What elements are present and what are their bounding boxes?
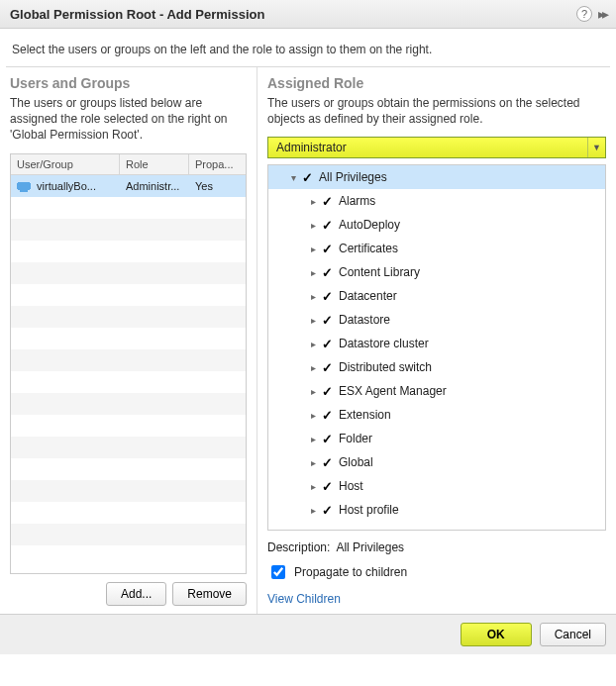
tree-node-label: Global	[339, 455, 373, 469]
table-row[interactable]	[11, 241, 246, 262]
tree-node-label: Distributed switch	[339, 360, 432, 374]
ok-button[interactable]: OK	[461, 623, 532, 646]
check-icon: ✓	[322, 289, 333, 304]
table-row[interactable]	[11, 197, 246, 219]
intro-text: Select the users or groups on the left a…	[0, 29, 616, 66]
propagate-checkbox[interactable]	[271, 565, 285, 579]
table-row[interactable]	[11, 415, 246, 437]
add-button[interactable]: Add...	[106, 582, 166, 606]
dialog-header: Global Permission Root - Add Permission …	[0, 0, 616, 29]
table-row[interactable]	[11, 437, 246, 458]
tree-root[interactable]: ▾ ✓ All Privileges	[268, 165, 605, 189]
expand-icon[interactable]: ▸	[308, 315, 318, 326]
expand-icon[interactable]: ▸	[308, 291, 318, 302]
tree-node[interactable]: ▸✓Global	[268, 450, 605, 474]
table-row[interactable]	[11, 328, 246, 349]
header-actions: ? ▸▸	[576, 6, 606, 22]
users-table: User/Group Role Propa... virtuallyBo... …	[10, 153, 247, 574]
table-buttons: Add... Remove	[10, 574, 247, 606]
cancel-button[interactable]: Cancel	[540, 623, 606, 646]
check-icon: ✓	[322, 194, 333, 209]
col-role[interactable]: Role	[120, 154, 189, 174]
check-icon: ✓	[322, 265, 333, 280]
expand-icon[interactable]: ▸	[308, 339, 318, 349]
expand-icon[interactable]: ▸	[308, 410, 318, 421]
tree-node-label: Datastore cluster	[339, 337, 429, 350]
tree-node[interactable]: ▸✓ESX Agent Manager	[268, 379, 605, 403]
tree-scroll[interactable]: ▾ ✓ All Privileges ▸✓Alarms▸✓AutoDeploy▸…	[268, 165, 605, 530]
expand-icon[interactable]: ▸	[308, 434, 318, 444]
table-row[interactable]	[11, 284, 246, 306]
tree-node[interactable]: ▸✓Extension	[268, 403, 605, 427]
expand-icon[interactable]: ▸	[308, 220, 318, 231]
table-row[interactable]	[11, 262, 246, 284]
tree-node[interactable]: ▸✓Datastore cluster	[268, 332, 605, 355]
table-row[interactable]	[11, 349, 246, 371]
tree-node-label: Content Library	[339, 265, 420, 279]
table-row[interactable]	[11, 458, 246, 480]
chevron-down-icon[interactable]: ▼	[587, 138, 605, 157]
check-icon: ✓	[322, 455, 333, 470]
check-icon: ✓	[322, 384, 333, 399]
expand-icon[interactable]: ▸	[308, 481, 318, 492]
tree-node[interactable]: ▸✓Content Library	[268, 260, 605, 284]
tree-node[interactable]: ▸✓Distributed switch	[268, 355, 605, 379]
table-row[interactable]	[11, 524, 246, 545]
description-label: Description:	[267, 540, 330, 554]
expand-icon[interactable]: ▸	[308, 505, 318, 516]
table-row[interactable]	[11, 502, 246, 524]
expand-icon[interactable]: ▸	[308, 362, 318, 373]
expand-icon[interactable]: ▸	[308, 244, 318, 254]
right-panel-title: Assigned Role	[267, 75, 606, 91]
right-panel-desc: The users or groups obtain the permissio…	[267, 95, 606, 127]
description-row: Description: All Privileges	[267, 540, 606, 554]
tree-node[interactable]: ▸✓AutoDeploy	[268, 213, 605, 237]
table-row[interactable]: virtuallyBo... Administr... Yes	[11, 175, 246, 197]
tree-node[interactable]: ▸✓Folder	[268, 427, 605, 450]
description-value: All Privileges	[336, 540, 404, 554]
check-icon: ✓	[322, 337, 333, 351]
collapse-icon[interactable]: ▾	[288, 172, 298, 183]
assigned-role-panel: Assigned Role The users or groups obtain…	[257, 67, 616, 614]
expand-icon[interactable]: ▸	[308, 457, 318, 468]
tree-node[interactable]: ▸✓Datastore	[268, 308, 605, 332]
col-user-group[interactable]: User/Group	[11, 154, 120, 174]
check-icon: ✓	[322, 503, 333, 518]
cell-prop: Yes	[189, 178, 239, 194]
col-propagate[interactable]: Propa...	[189, 154, 239, 174]
group-icon	[17, 182, 31, 192]
tree-node[interactable]: ▸✓Host	[268, 474, 605, 498]
table-row[interactable]	[11, 371, 246, 393]
tree-node[interactable]: ▸✓Datacenter	[268, 284, 605, 308]
expand-icon[interactable]: ▸	[308, 267, 318, 278]
table-row[interactable]	[11, 393, 246, 415]
table-body: virtuallyBo... Administr... Yes	[11, 175, 246, 573]
table-row[interactable]	[11, 306, 246, 328]
view-children-link[interactable]: View Children	[267, 592, 606, 606]
remove-button[interactable]: Remove	[172, 582, 247, 606]
expand-icon[interactable]: ▸	[308, 386, 318, 397]
tree-node-label: Host	[339, 479, 363, 493]
cell-user: virtuallyBo...	[11, 178, 120, 194]
table-row[interactable]	[11, 219, 246, 241]
tree-node[interactable]: ▸✓Certificates	[268, 237, 605, 260]
check-icon: ✓	[322, 242, 333, 256]
tree-node-label: AutoDeploy	[339, 218, 400, 232]
privileges-tree: ▾ ✓ All Privileges ▸✓Alarms▸✓AutoDeploy▸…	[267, 164, 606, 531]
cell-role: Administr...	[120, 178, 189, 194]
expand-icon[interactable]: ▸	[308, 196, 318, 207]
check-icon: ✓	[322, 479, 333, 494]
tree-node[interactable]: ▸✓Alarms	[268, 189, 605, 213]
dialog-footer: OK Cancel	[0, 614, 616, 654]
tree-node[interactable]: ▸✓Host profile	[268, 498, 605, 522]
tree-node-label: Alarms	[339, 194, 375, 208]
table-row[interactable]	[11, 480, 246, 502]
cell-user-text: virtuallyBo...	[37, 180, 96, 192]
tree-node-label: Datastore	[339, 313, 390, 327]
tree-node-label: Datacenter	[339, 289, 397, 303]
fastforward-icon[interactable]: ▸▸	[598, 6, 606, 22]
check-icon: ✓	[322, 432, 333, 446]
dialog-title: Global Permission Root - Add Permission	[10, 7, 576, 22]
help-icon[interactable]: ?	[576, 6, 592, 22]
role-select[interactable]: Administrator ▼	[267, 137, 606, 158]
